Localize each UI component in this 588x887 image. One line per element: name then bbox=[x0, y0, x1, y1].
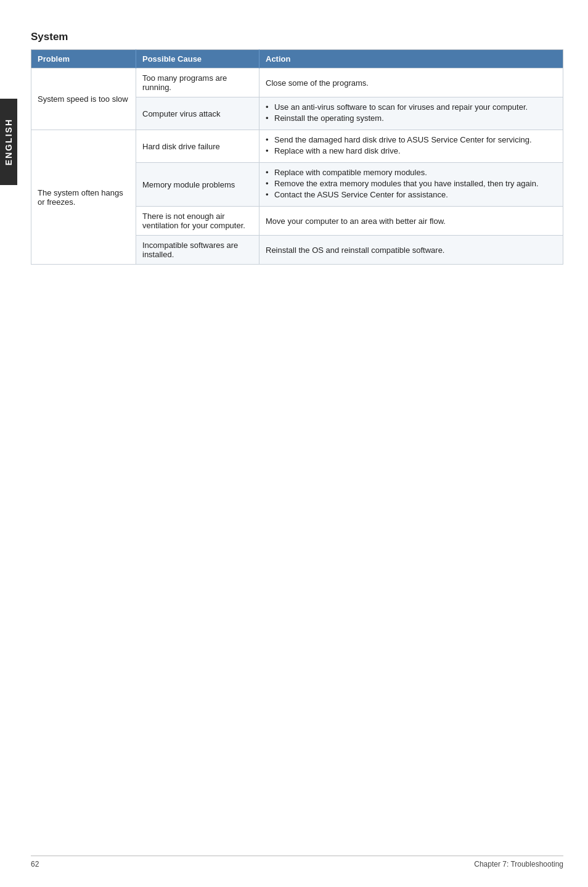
cell-cause: Computer virus attack bbox=[136, 97, 259, 130]
cell-action: Reinstall the OS and reinstall compatibl… bbox=[259, 236, 563, 265]
cell-action: Send the damaged hard disk drive to ASUS… bbox=[259, 130, 563, 163]
header-action: Action bbox=[259, 50, 563, 68]
chapter-label: Chapter 7: Troubleshooting bbox=[474, 860, 563, 868]
cell-problem: System speed is too slow bbox=[31, 68, 136, 130]
page-number: 62 bbox=[31, 860, 39, 868]
action-bullet: Send the damaged hard disk drive to ASUS… bbox=[266, 135, 557, 144]
header-cause: Possible Cause bbox=[136, 50, 259, 68]
side-tab: ENGLISH bbox=[0, 99, 17, 185]
cell-cause: Incompatible softwares are installed. bbox=[136, 236, 259, 265]
table-header-row: Problem Possible Cause Action bbox=[31, 50, 563, 68]
cell-action: Move your computer to an area with bette… bbox=[259, 207, 563, 236]
table-row: The system often hangs or freezes.Hard d… bbox=[31, 130, 563, 163]
cell-action: Use an anti-virus software to scan for v… bbox=[259, 97, 563, 130]
cell-action: Close some of the programs. bbox=[259, 68, 563, 97]
cell-action: Replace with compatible memory modules.R… bbox=[259, 163, 563, 207]
section-title: System bbox=[31, 31, 563, 43]
action-bullet: Replace with compatible memory modules. bbox=[266, 168, 557, 177]
cell-cause: Hard disk drive failure bbox=[136, 130, 259, 163]
cell-problem: The system often hangs or freezes. bbox=[31, 130, 136, 265]
table-row: System speed is too slowToo many program… bbox=[31, 68, 563, 97]
action-bullet: Reinstall the operating system. bbox=[266, 113, 557, 123]
action-bullet: Contact the ASUS Service Center for assi… bbox=[266, 190, 557, 199]
side-tab-label: ENGLISH bbox=[4, 118, 14, 165]
page-footer: 62 Chapter 7: Troubleshooting bbox=[31, 856, 563, 868]
troubleshooting-table: Problem Possible Cause Action System spe… bbox=[31, 49, 563, 265]
cell-cause: There is not enough air ventilation for … bbox=[136, 207, 259, 236]
action-bullet: Replace with a new hard disk drive. bbox=[266, 146, 557, 155]
action-bullet: Remove the extra memory modules that you… bbox=[266, 179, 557, 188]
cell-cause: Memory module problems bbox=[136, 163, 259, 207]
header-problem: Problem bbox=[31, 50, 136, 68]
action-bullet: Use an anti-virus software to scan for v… bbox=[266, 102, 557, 112]
cell-cause: Too many programs are running. bbox=[136, 68, 259, 97]
